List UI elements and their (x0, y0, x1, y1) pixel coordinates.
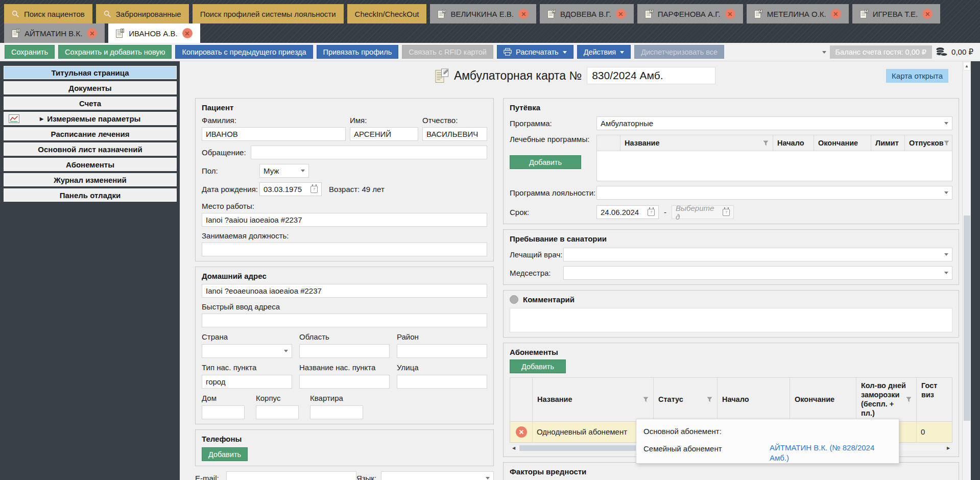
col-vacations[interactable]: Отпусков (905, 135, 952, 151)
tab-search-patients[interactable]: Поиск пациентов (4, 4, 92, 23)
col-subscription-name[interactable]: Название (533, 378, 654, 422)
family-subscription-popup: Основной абонемент: Семейный абонемент А… (636, 419, 899, 464)
scroll-up-icon[interactable]: ▲ (963, 62, 970, 70)
salutation-input[interactable] (251, 146, 487, 159)
add-subscription-button[interactable]: Добавить (510, 359, 566, 373)
tab-patient-vdoveva[interactable]: ВДОВЕВА В.Г. (540, 4, 634, 23)
filter-funnel-icon[interactable] (707, 397, 712, 402)
col-name[interactable]: Название (620, 135, 773, 151)
calendar-icon[interactable] (310, 186, 318, 193)
col-end[interactable]: Окончание (814, 135, 871, 151)
settlement-type-label: Тип нас. пункта (202, 363, 292, 372)
tab-patient-igreva[interactable]: ИГРЕВА Т.Е. (852, 4, 940, 23)
middle-name-input[interactable] (422, 127, 487, 141)
family-subscription-link[interactable]: АЙТМАТИН В.К. (№ 828/2024 Амб.) (770, 443, 892, 463)
vertical-scrollbar-thumb[interactable] (964, 215, 970, 421)
filter-funnel-icon[interactable] (763, 140, 769, 146)
close-icon[interactable] (922, 9, 933, 19)
sidebar-item-debug-panel[interactable]: Панель отладки (4, 188, 177, 202)
expand-triangle-icon[interactable]: ▶ (40, 116, 44, 122)
loyalty-program-select[interactable] (596, 186, 952, 200)
print-button[interactable]: Распечатать (497, 45, 573, 59)
tab-booked[interactable]: Забронированные (96, 4, 189, 23)
card-status-badge[interactable]: Карта открыта (886, 69, 948, 83)
close-icon[interactable] (518, 9, 529, 19)
scroll-right-icon[interactable]: ▶ (944, 446, 952, 450)
filter-funnel-icon[interactable] (944, 140, 949, 146)
sidebar-item-subscriptions[interactable]: Абонементы (4, 158, 177, 171)
sidebar-item-change-log[interactable]: Журнал изменений (4, 173, 177, 186)
add-phone-button[interactable]: Добавить (202, 447, 248, 461)
copy-from-previous-button[interactable]: Копировать с предыдущего приезда (175, 45, 313, 59)
close-icon[interactable] (616, 9, 626, 19)
region-input[interactable] (299, 344, 390, 358)
save-button[interactable]: Сохранить (5, 45, 55, 59)
col-subscription-status[interactable]: Статус (654, 378, 718, 422)
scrollbar-thumb[interactable] (519, 445, 637, 451)
col-subscription-end[interactable]: Окончание (790, 378, 856, 422)
calendar-icon[interactable] (648, 209, 655, 216)
collapse-circle-icon[interactable] (510, 295, 518, 304)
save-and-add-button[interactable]: Сохранить и добавить новую (58, 45, 172, 59)
sidebar-item-main-prescription-sheet[interactable]: Основной лист назначений (4, 142, 177, 156)
nurse-select[interactable] (563, 266, 952, 280)
tab-checkin-checkout[interactable]: CheckIn/CheckOut (347, 4, 427, 23)
language-select[interactable] (381, 471, 494, 480)
last-name-input[interactable] (202, 127, 346, 141)
doctor-label: Лечащий врач: (510, 250, 563, 259)
family-subscription-label: Семейный абонемент (643, 443, 770, 463)
apartment-input[interactable] (310, 405, 363, 419)
position-input[interactable] (202, 243, 487, 256)
district-input[interactable] (397, 344, 487, 358)
program-select[interactable]: Амбулаторные (596, 116, 952, 130)
tab-patient-aytmatin[interactable]: АЙТМАТИН В.К. (4, 23, 105, 43)
email-input[interactable] (226, 471, 356, 480)
doctor-select[interactable] (563, 248, 952, 261)
sidebar-item-measured-params[interactable]: ▶ Измеряемые параметры (4, 112, 177, 125)
scroll-left-icon[interactable]: ◀ (510, 446, 518, 450)
full-address-input[interactable] (202, 284, 487, 298)
settlement-name-input[interactable] (299, 375, 390, 389)
col-start[interactable]: Начало (773, 135, 814, 151)
quick-address-input[interactable] (202, 314, 487, 327)
gender-select[interactable]: Муж (259, 164, 309, 178)
col-limit[interactable]: Лимит (871, 135, 905, 151)
link-profile-button[interactable]: Привязать профиль (317, 45, 399, 59)
close-icon[interactable] (87, 28, 97, 38)
sidebar-item-documents[interactable]: Документы (4, 81, 177, 94)
close-icon[interactable] (725, 9, 735, 19)
house-input[interactable] (202, 405, 245, 419)
comment-textarea[interactable] (510, 308, 952, 332)
tab-loyalty-search[interactable]: Поиск профилей системы лояльности (193, 4, 344, 23)
add-treatment-program-button[interactable]: Добавить (510, 155, 581, 169)
close-icon[interactable] (831, 9, 841, 19)
tab-patient-parfenova[interactable]: ПАРФЕНОВА А.Г. (637, 4, 743, 23)
filter-funnel-icon[interactable] (643, 397, 649, 402)
workplace-input[interactable] (202, 213, 487, 227)
col-subscription-start[interactable]: Начало (718, 378, 790, 422)
building-input[interactable] (256, 405, 299, 419)
tab-patient-velichkina[interactable]: ВЕЛИЧКИНА Е.В. (430, 4, 536, 23)
actions-button[interactable]: Действия (577, 45, 631, 59)
close-icon[interactable] (182, 28, 193, 38)
col-guest-visits[interactable]: Гост виз (917, 378, 952, 422)
first-name-input[interactable] (350, 127, 418, 141)
toolbar-overflow-chevron-icon[interactable] (822, 51, 826, 56)
street-input[interactable] (397, 375, 487, 389)
settlement-type-input[interactable] (202, 375, 292, 389)
sidebar-item-invoices[interactable]: Счета (4, 97, 177, 110)
coins-icon (936, 47, 948, 57)
country-select[interactable] (202, 344, 292, 358)
col-freeze-days[interactable]: Кол-во дней заморозки (беспл. + пл.) (856, 378, 917, 422)
vertical-scrollbar[interactable]: ▲ (962, 61, 971, 480)
workplace-label: Место работы: (202, 202, 254, 210)
sidebar-item-title-page[interactable]: Титульная страница (4, 66, 177, 79)
delete-row-icon[interactable] (516, 426, 527, 438)
period-from-input[interactable]: 24.06.2024 (596, 205, 659, 219)
tab-patient-ivanov-active[interactable]: ИВАНОВ А.В. (108, 23, 200, 43)
tab-patient-metelina[interactable]: МЕТЕЛИНА О.К. (747, 4, 849, 23)
filter-funnel-icon[interactable] (906, 397, 912, 402)
card-number-input[interactable]: 830/2024 Амб. (587, 67, 715, 84)
sidebar-item-treatment-schedule[interactable]: Расписание лечения (4, 127, 177, 140)
birth-date-input[interactable]: 03.03.1975 (259, 182, 322, 196)
